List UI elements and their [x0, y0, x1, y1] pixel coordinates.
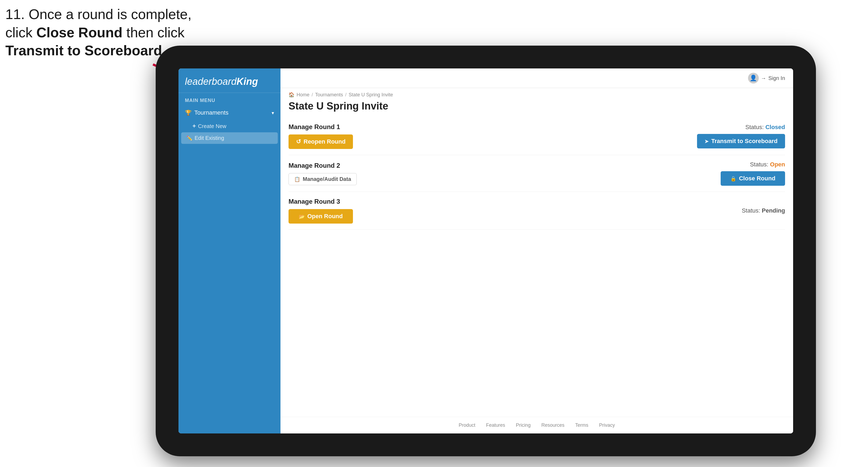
open-round-button[interactable]: Open Round	[288, 209, 353, 224]
manage-icon	[294, 176, 300, 182]
round-2-status-value: Open	[770, 161, 785, 168]
footer-link-privacy[interactable]: Privacy	[599, 423, 615, 428]
breadcrumb: 🏠 Home / Tournaments / State U Spring In…	[280, 88, 793, 98]
tablet-screen: leaderboardKing MAIN MENU Tournaments Cr…	[179, 68, 793, 433]
page-title: State U Spring Invite	[280, 98, 793, 117]
round-1-title: Manage Round 1	[288, 123, 353, 131]
round-3-status-value: Pending	[762, 207, 785, 214]
app-layout: leaderboardKing MAIN MENU Tournaments Cr…	[179, 68, 793, 433]
breadcrumb-current: State U Spring Invite	[349, 92, 393, 98]
manage-audit-label: Manage/Audit Data	[303, 176, 351, 182]
transmit-icon	[705, 138, 709, 145]
user-icon: 👤	[750, 74, 757, 82]
open-round-label: Open Round	[307, 213, 343, 220]
reopen-round-label: Reopen Round	[304, 138, 345, 145]
plus-icon	[192, 123, 196, 130]
reopen-icon	[296, 138, 301, 145]
edit-existing-label: Edit Existing	[194, 135, 224, 141]
close-icon	[730, 175, 736, 182]
round-1-section: Manage Round 1 Reopen Round Status: Clos…	[288, 117, 785, 155]
avatar: 👤	[748, 73, 759, 84]
sign-in-label: Sign In	[768, 75, 785, 81]
chevron-down-icon	[272, 109, 274, 116]
round-1-status-value: Closed	[766, 124, 785, 130]
close-round-label: Close Round	[739, 175, 775, 182]
transmit-label: Transmit to Scoreboard	[711, 138, 778, 145]
footer: Product Features Pricing Resources Terms…	[280, 417, 793, 433]
create-new-label: Create New	[198, 123, 226, 129]
round-2-status: Status: Open	[750, 161, 785, 168]
reopen-round-button[interactable]: Reopen Round	[288, 134, 353, 149]
main-menu-label: MAIN MENU	[179, 93, 280, 105]
round-3-title: Manage Round 3	[288, 198, 353, 205]
close-round-button[interactable]: Close Round	[721, 171, 785, 186]
sign-in-icon: →	[761, 75, 766, 81]
instruction-line1: 11. Once a round is complete,	[5, 5, 192, 24]
top-nav: 👤 → Sign In	[280, 68, 793, 88]
footer-link-terms[interactable]: Terms	[575, 423, 588, 428]
round-2-section: Manage Round 2 Manage/Audit Data Status:…	[288, 155, 785, 192]
round-3-section: Manage Round 3 Open Round Status: Pendin…	[288, 192, 785, 230]
open-icon	[299, 213, 305, 220]
home-icon: 🏠	[288, 92, 294, 98]
footer-link-product[interactable]: Product	[459, 423, 475, 428]
footer-link-features[interactable]: Features	[486, 423, 505, 428]
footer-link-pricing[interactable]: Pricing	[516, 423, 531, 428]
round-1-status: Status: Closed	[745, 124, 785, 131]
sidebar-item-create-new[interactable]: Create New	[179, 120, 280, 132]
sidebar-item-edit-existing[interactable]: Edit Existing	[181, 132, 278, 144]
tournaments-label: Tournaments	[194, 109, 228, 116]
round-3-status: Status: Pending	[742, 207, 785, 214]
instruction-line2: click Close Round then click	[5, 24, 192, 42]
logo: leaderboardKing	[185, 76, 274, 87]
transmit-to-scoreboard-button[interactable]: Transmit to Scoreboard	[697, 134, 785, 148]
sidebar-item-tournaments[interactable]: Tournaments	[179, 105, 280, 120]
breadcrumb-tournaments[interactable]: Tournaments	[315, 92, 343, 98]
tablet-device: leaderboardKing MAIN MENU Tournaments Cr…	[156, 45, 816, 456]
breadcrumb-home[interactable]: Home	[297, 92, 309, 98]
sidebar: leaderboardKing MAIN MENU Tournaments Cr…	[179, 68, 280, 433]
sign-in-button[interactable]: 👤 → Sign In	[748, 73, 785, 84]
edit-icon	[187, 135, 192, 141]
manage-audit-data-button[interactable]: Manage/Audit Data	[288, 173, 357, 185]
content-body: Manage Round 1 Reopen Round Status: Clos…	[280, 117, 793, 417]
footer-link-resources[interactable]: Resources	[541, 423, 564, 428]
round-2-title: Manage Round 2	[288, 162, 357, 169]
trophy-icon	[185, 109, 192, 116]
main-content: 👤 → Sign In 🏠 Home / Tournaments / State…	[280, 68, 793, 433]
sidebar-logo: leaderboardKing	[179, 68, 280, 93]
